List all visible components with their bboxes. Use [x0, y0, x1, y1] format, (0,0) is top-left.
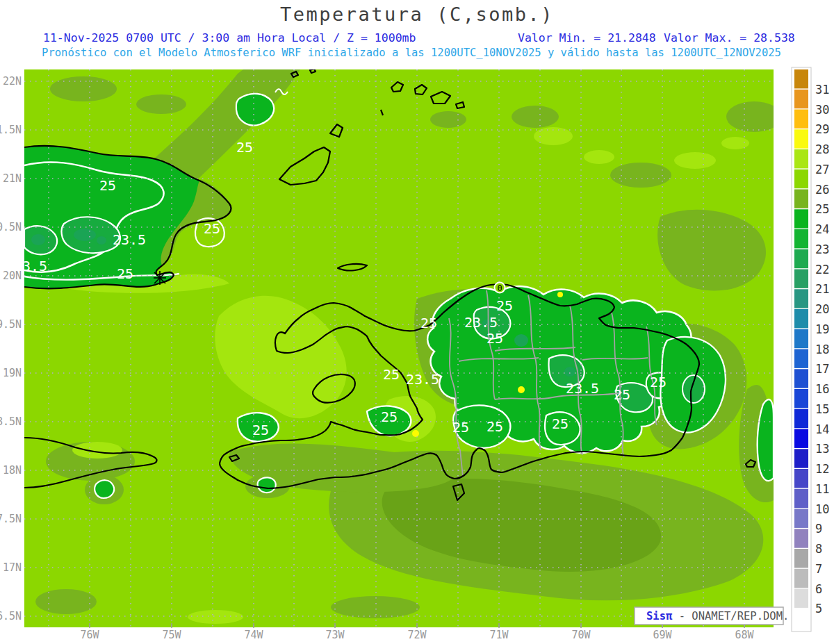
colorbar-tick-label: 12: [815, 462, 829, 476]
max-temp-spot: [518, 386, 525, 393]
colorbar-cell: [794, 270, 808, 288]
colorbar-cell: [794, 249, 808, 268]
colorbar-tick-label: 8: [815, 542, 822, 556]
contour-25: [236, 94, 274, 126]
colorbar-tick-label: 22: [815, 263, 829, 276]
colorbar-cell: [794, 469, 808, 488]
contour-value-label: 25: [381, 408, 398, 425]
contour-value-label: 25: [252, 422, 269, 438]
x-tick-label: 71W: [489, 629, 509, 641]
colorbar-tick-label: 29: [815, 122, 829, 136]
contour-value-label: 23.5: [566, 380, 599, 397]
y-tick-label: 9.5N: [0, 318, 22, 331]
max-temp-spot: [557, 292, 563, 297]
colorbar-tick-label: 31: [815, 83, 829, 97]
colorbar-cell: [794, 609, 808, 627]
page-title: Temperatura (C,somb.): [280, 3, 554, 25]
y-axis: 22N1.5N21N0.5N20N9.5N19N8.5N18N7.5N17N6.…: [0, 75, 22, 622]
colorbar-cell: [794, 209, 808, 228]
field-patch: [31, 234, 45, 245]
x-tick-label: 75W: [162, 629, 181, 641]
map-plot-area: 0 252523.53.525252523.525252523.523.5252…: [22, 69, 782, 627]
field-patch: [97, 236, 106, 245]
subtitle-datetime: 11-Nov-2025 0700 UTC / 3:00 am Hora Loca…: [43, 31, 416, 44]
contour-value-label: 3.5: [22, 258, 47, 274]
y-tick-label: 0.5N: [0, 221, 22, 233]
y-tick-label: 8.5N: [0, 415, 22, 428]
y-tick-label: 18N: [3, 464, 22, 477]
contour-value-label: 25: [614, 386, 630, 403]
colorbar-tick-label: 16: [815, 382, 829, 396]
y-tick-label: 6.5N: [0, 610, 22, 622]
colorbar-tick-label: 18: [815, 342, 829, 356]
colorbar-cell: [794, 289, 808, 308]
field-patch: [512, 106, 559, 128]
x-tick-label: 68W: [735, 629, 754, 641]
contour-value-label: 25: [117, 265, 133, 282]
colorbar-tick-label: 19: [815, 322, 829, 336]
field-patch: [188, 610, 243, 624]
field-patch: [74, 229, 96, 241]
zero-contour-label: 0: [497, 283, 502, 293]
sispi-logo: Sisπ: [646, 610, 673, 622]
x-tick-label: 72W: [407, 629, 427, 641]
y-tick-label: 17N: [3, 561, 22, 574]
colorbar-tick-label: 20: [815, 302, 829, 316]
y-tick-label: 1.5N: [0, 124, 22, 136]
field-patch: [430, 111, 466, 128]
colorbar-tick-label: 15: [815, 402, 829, 416]
colorbar-cell: [794, 170, 808, 188]
field-patch: [35, 589, 97, 614]
colorbar-tick-label: 28: [815, 142, 829, 156]
colorbar-tick-label: 6: [815, 582, 822, 596]
colorbar-cell: [794, 329, 808, 348]
valor-max-label: Valor Max. = 28.538: [664, 31, 795, 44]
colorbar-cell: [794, 349, 808, 368]
field-patch: [331, 596, 420, 618]
colorbar-cell: [794, 589, 808, 608]
contour-value-label: 23.5: [464, 314, 498, 331]
colorbar-cell: [794, 449, 808, 468]
weather-map-figure: Temperatura (C,somb.) 11-Nov-2025 0700 U…: [0, 0, 834, 644]
contour-value-label: 25: [486, 418, 503, 435]
max-temp-spot: [412, 430, 419, 437]
y-tick-label: 22N: [3, 75, 22, 88]
colorbar-tick-label: 21: [815, 282, 829, 296]
colorbar-tick-label: 26: [815, 183, 829, 197]
weather-map-page: Temperatura (C,somb.) 11-Nov-2025 0700 U…: [0, 0, 834, 644]
contour-value-label: 23.5: [406, 371, 439, 388]
colorbar-tick-label: 25: [815, 202, 829, 216]
colorbar-tick-label: 13: [815, 442, 829, 456]
model-run-line: Pronóstico con el Modelo Atmosferico WRF…: [42, 47, 781, 59]
colorbar-cell: [794, 190, 808, 208]
field-patch: [72, 442, 122, 459]
field-patch: [726, 101, 782, 132]
field-patch: [514, 334, 528, 347]
colorbar-cell: [794, 489, 808, 508]
colorbar-cell: [794, 90, 808, 108]
colorbar-cell: [794, 409, 808, 428]
colorbar: 3130292827262524232221201918171615141312…: [792, 67, 829, 631]
contour-value-label: 25: [204, 220, 220, 237]
valor-min-label: Valor Min. = 21.2848: [518, 31, 656, 44]
zero-contour-bubble: 0: [495, 283, 505, 294]
contour-25: [95, 480, 114, 498]
colorbar-cell: [794, 229, 808, 248]
x-tick-label: 69W: [653, 629, 672, 641]
y-tick-label: 19N: [3, 367, 22, 379]
branding-box: Sisπ - ONAMET/REP.DOM.: [635, 607, 789, 625]
contour-value-label: 25: [383, 366, 400, 383]
y-tick-label: 20N: [3, 270, 22, 282]
contour-value-label: 23.5: [113, 231, 146, 248]
field-patch: [584, 150, 614, 164]
onamet-label: - ONAMET/REP.DOM.: [679, 610, 790, 622]
x-tick-label: 70W: [571, 629, 591, 641]
x-tick-label: 74W: [244, 629, 263, 641]
colorbar-tick-label: 10: [815, 502, 829, 516]
colorbar-cell: [794, 429, 808, 448]
colorbar-tick-label: 5: [815, 602, 822, 616]
colorbar-cell: [794, 110, 808, 129]
colorbar-cell: [794, 149, 808, 168]
colorbar-cell: [794, 309, 808, 328]
field-patch: [721, 137, 749, 149]
